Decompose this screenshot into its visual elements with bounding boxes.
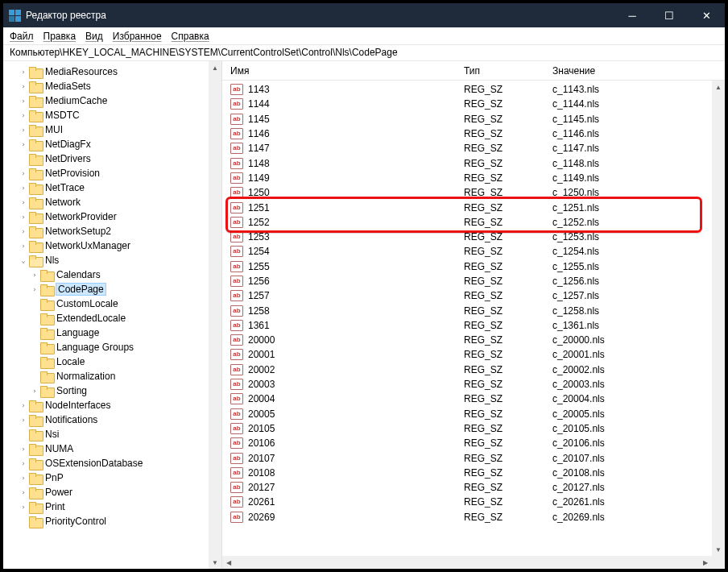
value-row[interactable]: 1149REG_SZc_1149.nls (222, 171, 712, 185)
chevron-right-icon[interactable]: › (18, 488, 29, 496)
value-row[interactable]: 1254REG_SZc_1254.nls (222, 244, 712, 259)
tree-item[interactable]: ⌄Nls (6, 253, 209, 267)
value-row[interactable]: 1148REG_SZc_1148.nls (222, 155, 712, 170)
chevron-right-icon[interactable]: › (29, 387, 40, 395)
tree-item[interactable]: Locale (6, 354, 209, 369)
tree-item[interactable]: ›MediumCache (6, 93, 209, 108)
value-row[interactable]: 1147REG_SZc_1147.nls (222, 141, 712, 155)
tree-item[interactable]: NetDrivers (6, 151, 209, 166)
scroll-up-icon[interactable]: ▲ (209, 61, 221, 74)
values-scrollbar-vertical[interactable]: ▲ ▼ (712, 81, 725, 556)
chevron-right-icon[interactable]: › (18, 169, 29, 177)
chevron-right-icon[interactable]: › (18, 82, 29, 90)
tree-item[interactable]: ›Calendars (6, 267, 209, 282)
tree-item[interactable]: Nsi (6, 427, 209, 441)
value-row[interactable]: 1146REG_SZc_1146.nls (222, 126, 712, 141)
chevron-right-icon[interactable]: › (18, 97, 29, 105)
tree-item[interactable]: ›NetDiagFx (6, 137, 209, 151)
chevron-right-icon[interactable]: › (18, 459, 29, 467)
value-row[interactable]: 20269REG_SZc_20269.nls (222, 510, 712, 524)
col-type[interactable]: Тип (464, 65, 552, 77)
value-row[interactable]: 20107REG_SZc_20107.nls (222, 450, 712, 465)
chevron-right-icon[interactable]: › (18, 68, 29, 76)
tree-item[interactable]: ›NetworkUxManager (6, 238, 209, 253)
chevron-right-icon[interactable]: › (18, 416, 29, 424)
value-row[interactable]: 1256REG_SZc_1256.nls (222, 274, 712, 288)
tree-item[interactable]: Language Groups (6, 340, 209, 354)
address-bar[interactable]: Компьютер\HKEY_LOCAL_MACHINE\SYSTEM\Curr… (3, 45, 725, 61)
value-row[interactable]: 1253REG_SZc_1253.nls (222, 230, 712, 244)
value-row[interactable]: 20000REG_SZc_20000.nls (222, 333, 712, 347)
tree-item[interactable]: CustomLocale (6, 296, 209, 311)
col-data[interactable]: Значение (552, 65, 725, 77)
value-row[interactable]: 20127REG_SZc_20127.nls (222, 480, 712, 495)
chevron-right-icon[interactable]: › (18, 503, 29, 511)
value-row[interactable]: 1250REG_SZc_1250.nls (222, 185, 712, 200)
tree-item[interactable]: ›PnP (6, 470, 209, 485)
chevron-down-icon[interactable]: ⌄ (18, 256, 29, 264)
tree-item[interactable]: ›Network (6, 195, 209, 209)
tree-item[interactable]: ›MUI (6, 122, 209, 137)
tree-item[interactable]: ›Power (6, 485, 209, 499)
tree-item[interactable]: ›NetworkSetup2 (6, 224, 209, 238)
tree-item[interactable]: ›NodeInterfaces (6, 398, 209, 412)
chevron-right-icon[interactable]: › (18, 184, 29, 192)
chevron-right-icon[interactable]: › (18, 111, 29, 119)
value-row[interactable]: 20001REG_SZc_20001.nls (222, 347, 712, 362)
menu-edit[interactable]: Правка (43, 31, 77, 42)
tree-item[interactable]: ›CodePage (6, 282, 209, 296)
chevron-right-icon[interactable]: › (29, 285, 40, 293)
chevron-right-icon[interactable]: › (18, 140, 29, 148)
values-scrollbar-horizontal[interactable]: ◀ ▶ (222, 556, 712, 569)
chevron-right-icon[interactable]: › (29, 271, 40, 279)
value-row[interactable]: 20002REG_SZc_20002.nls (222, 363, 712, 377)
scroll-down-icon[interactable]: ▼ (712, 543, 725, 556)
tree-item[interactable]: PriorityControl (6, 514, 209, 528)
menu-favorites[interactable]: Избранное (113, 31, 162, 42)
value-row[interactable]: 20005REG_SZc_20005.nls (222, 407, 712, 421)
tree-item[interactable]: ›MSDTC (6, 108, 209, 122)
tree-scrollbar[interactable]: ▲ ▼ (209, 61, 221, 569)
tree-item[interactable]: ›NetTrace (6, 180, 209, 195)
value-row[interactable]: 1144REG_SZc_1144.nls (222, 97, 712, 111)
minimize-button[interactable]: ─ (614, 3, 651, 27)
column-headers[interactable]: Имя Тип Значение (222, 61, 725, 81)
menu-help[interactable]: Справка (172, 31, 209, 42)
tree-item[interactable]: ›Print (6, 499, 209, 514)
value-row[interactable]: 20106REG_SZc_20106.nls (222, 436, 712, 450)
value-row[interactable]: 1143REG_SZc_1143.nls (222, 82, 712, 97)
value-row[interactable]: 20105REG_SZc_20105.nls (222, 421, 712, 436)
value-row[interactable]: 1361REG_SZc_1361.nls (222, 318, 712, 333)
menu-file[interactable]: Файл (10, 31, 34, 42)
value-row[interactable]: 1145REG_SZc_1145.nls (222, 112, 712, 126)
tree-item[interactable]: ›NetworkProvider (6, 209, 209, 224)
scroll-right-icon[interactable]: ▶ (699, 556, 712, 569)
value-row[interactable]: 1252REG_SZc_1252.nls (222, 215, 712, 230)
chevron-right-icon[interactable]: › (18, 213, 29, 221)
value-row[interactable]: 20108REG_SZc_20108.nls (222, 466, 712, 480)
tree-item[interactable]: Language (6, 325, 209, 340)
tree-item[interactable]: ›OSExtensionDatabase (6, 456, 209, 470)
tree-item[interactable]: ›NetProvision (6, 166, 209, 180)
chevron-right-icon[interactable]: › (18, 242, 29, 250)
scroll-down-icon[interactable]: ▼ (209, 556, 221, 569)
chevron-right-icon[interactable]: › (18, 198, 29, 206)
value-row[interactable]: 1257REG_SZc_1257.nls (222, 288, 712, 303)
value-row[interactable]: 20004REG_SZc_20004.nls (222, 392, 712, 406)
value-row[interactable]: 1251REG_SZc_1251.nls (222, 200, 712, 214)
chevron-right-icon[interactable]: › (18, 227, 29, 235)
chevron-right-icon[interactable]: › (18, 126, 29, 134)
col-name[interactable]: Имя (230, 65, 464, 77)
tree-item[interactable]: ›MediaSets (6, 79, 209, 93)
scroll-up-icon[interactable]: ▲ (712, 81, 725, 93)
tree-item[interactable]: ›Notifications (6, 412, 209, 427)
chevron-right-icon[interactable]: › (18, 474, 29, 482)
chevron-right-icon[interactable]: › (18, 401, 29, 409)
value-row[interactable]: 1258REG_SZc_1258.nls (222, 303, 712, 317)
tree-item[interactable]: ›Sorting (6, 383, 209, 398)
menu-view[interactable]: Вид (85, 31, 103, 42)
chevron-right-icon[interactable]: › (18, 445, 29, 453)
value-row[interactable]: 1255REG_SZc_1255.nls (222, 259, 712, 274)
tree-item[interactable]: ExtendedLocale (6, 311, 209, 325)
value-row[interactable]: 20003REG_SZc_20003.nls (222, 377, 712, 392)
